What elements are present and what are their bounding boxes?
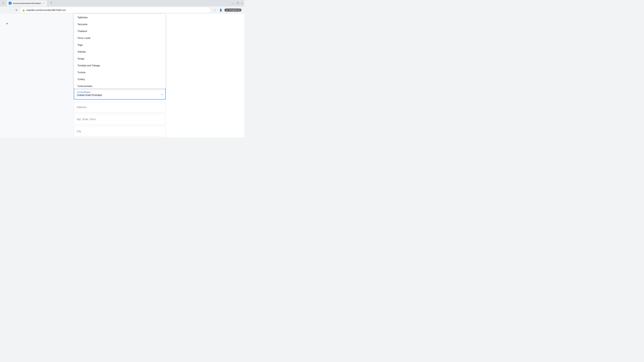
dropdown-item[interactable]: Togo [74, 41, 166, 48]
country-label: Country/Region [77, 91, 163, 93]
apt-suite-input[interactable]: Apt, Suite, Floor [74, 114, 166, 125]
back-button[interactable]: ← [2, 8, 7, 12]
tab-close-button[interactable]: × [42, 2, 45, 4]
minimize-button[interactable]: — [232, 2, 234, 4]
dropdown-arrow-icon: ⌄ [161, 92, 163, 96]
dropdown-item[interactable]: Tonga [74, 55, 166, 62]
lock-icon: 🔒 [22, 9, 25, 11]
incognito-icon: 🕵 [226, 9, 228, 11]
new-tab-button[interactable]: + [49, 0, 54, 5]
country-value: United Arab Emirates [77, 94, 163, 97]
dropdown-item[interactable]: Tokelau [74, 48, 166, 55]
close-button[interactable]: × [5, 21, 10, 26]
dropdown-item[interactable]: Turkmenistan [74, 83, 166, 88]
country-region-field[interactable]: Country/Region United Arab Emirates ⌄ [74, 88, 166, 99]
url-text: expedia.com/account/profile?edit=con [26, 9, 208, 11]
window-controls: — ❐ × [232, 2, 243, 4]
close-window-button[interactable]: × [242, 2, 243, 4]
sidebar-area: × [0, 14, 74, 137]
dropdown-item[interactable]: Tunisia [74, 69, 166, 76]
address-placeholder: Address [77, 106, 86, 109]
page-content: × TajikistanTanzaniaThailandTimor LesteT… [0, 14, 244, 137]
tab-favicon: Z [9, 2, 12, 4]
tab-dropdown-arrow[interactable]: ▾ [1, 1, 5, 5]
maximize-button[interactable]: ❐ [237, 2, 239, 4]
dropdown-item[interactable]: Timor Leste [74, 34, 166, 41]
dropdown-list[interactable]: TajikistanTanzaniaThailandTimor LesteTog… [74, 14, 166, 88]
city-input[interactable]: City [74, 126, 166, 137]
dropdown-item[interactable]: Turkey [74, 76, 166, 83]
address-form: Address Apt, Suite, Floor City State [74, 102, 166, 137]
browser-tab[interactable]: Z Account personal information × [7, 0, 47, 6]
incognito-label: Incognito (2) [229, 9, 240, 11]
dropdown-item[interactable]: Thailand [74, 28, 166, 34]
address-bar: ← → ↻ 🔒 expedia.com/account/profile?edit… [0, 6, 244, 14]
extension-bar: ☆ 👤 🕵 Incognito (2) [212, 8, 242, 12]
city-placeholder: City [77, 130, 81, 133]
incognito-badge[interactable]: 🕵 Incognito (2) [224, 8, 242, 11]
country-dropdown[interactable]: TajikistanTanzaniaThailandTimor LesteTog… [74, 14, 166, 88]
dropdown-item[interactable]: Tajikistan [74, 14, 166, 21]
dropdown-item[interactable]: Trinidad and Tobago [74, 62, 166, 69]
url-field[interactable]: 🔒 expedia.com/account/profile?edit=con [20, 7, 210, 13]
tab-title: Account personal information [13, 2, 41, 4]
main-form-area: TajikistanTanzaniaThailandTimor LesteTog… [74, 14, 244, 137]
refresh-button[interactable]: ↻ [14, 8, 19, 12]
forward-button[interactable]: → [8, 8, 13, 12]
address-input[interactable]: Address [74, 102, 166, 113]
bookmark-button[interactable]: ☆ [212, 8, 217, 12]
dropdown-item[interactable]: Tanzania [74, 21, 166, 28]
profile-button[interactable]: 👤 [218, 8, 223, 12]
apt-placeholder: Apt, Suite, Floor [77, 118, 96, 121]
